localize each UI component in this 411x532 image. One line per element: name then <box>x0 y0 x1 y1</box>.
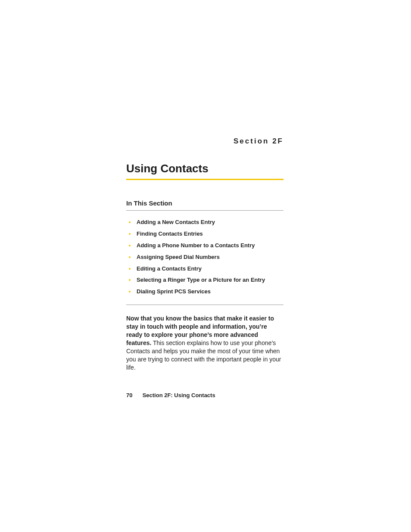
toc-list: Adding a New Contacts Entry Finding Cont… <box>129 217 283 298</box>
toc-item: Assigning Speed Dial Numbers <box>129 252 283 263</box>
page: Section 2F Using Contacts In This Sectio… <box>0 0 411 532</box>
toc-item: Finding Contacts Entries <box>129 228 283 240</box>
toc-item: Editing a Contacts Entry <box>129 263 283 275</box>
footer-text: Section 2F: Using Contacts <box>143 392 215 398</box>
toc-item: Adding a New Contacts Entry <box>129 217 283 228</box>
page-number: 70 <box>126 392 141 398</box>
toc-item: Adding a Phone Number to a Contacts Entr… <box>129 240 283 252</box>
in-this-section-heading: In This Section <box>126 199 283 211</box>
divider <box>126 305 283 305</box>
intro-paragraph: Now that you know the basics that make i… <box>126 314 283 371</box>
page-footer: 70 Section 2F: Using Contacts <box>126 392 215 398</box>
page-title: Using Contacts <box>126 162 283 180</box>
section-label: Section 2F <box>126 137 283 146</box>
content-block: Section 2F Using Contacts In This Sectio… <box>126 137 283 371</box>
toc-item: Dialing Sprint PCS Services <box>129 286 283 298</box>
toc-item: Selecting a Ringer Type or a Picture for… <box>129 274 283 286</box>
